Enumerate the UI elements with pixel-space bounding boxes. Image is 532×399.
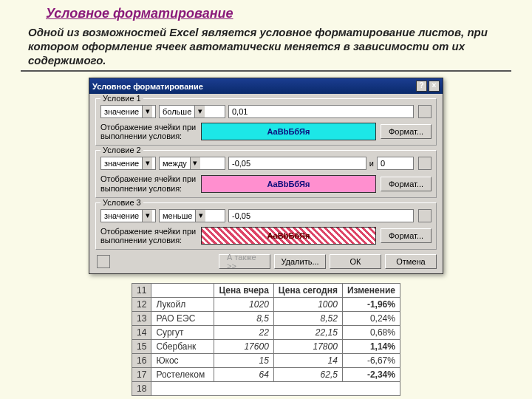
cell[interactable]: 22 bbox=[214, 325, 273, 339]
row-header[interactable]: 14 bbox=[132, 325, 151, 339]
cell[interactable]: 64 bbox=[214, 367, 273, 381]
cell[interactable]: 22,15 bbox=[273, 325, 342, 339]
format-button[interactable]: Формат... bbox=[381, 177, 432, 191]
target-select[interactable]: значение▾ bbox=[100, 157, 156, 170]
table-row: 17 Ростелеком 64 62,5 -2,34% bbox=[132, 367, 400, 381]
table-row: 12 Лукойл 1020 1000 -1,96% bbox=[132, 297, 400, 311]
row-header[interactable]: 17 bbox=[132, 367, 151, 381]
range-picker-icon[interactable] bbox=[418, 105, 432, 118]
row-header[interactable]: 18 bbox=[132, 381, 151, 395]
operator-select[interactable]: больше▾ bbox=[159, 105, 225, 118]
cell[interactable]: -6,67% bbox=[342, 353, 400, 367]
cancel-button[interactable]: Отмена bbox=[385, 254, 437, 269]
cell[interactable]: Сбербанк bbox=[151, 339, 214, 353]
help-button[interactable]: ? bbox=[416, 81, 427, 92]
column-header[interactable]: Цена вчера bbox=[214, 283, 273, 297]
cell[interactable]: 15 bbox=[214, 353, 273, 367]
operator-select[interactable]: между▾ bbox=[159, 157, 225, 170]
conditional-formatting-dialog: Условное форматирование ? × значение▾ бо… bbox=[89, 78, 443, 274]
dialog-titlebar: Условное форматирование ? × bbox=[89, 78, 443, 94]
format-preview: АаВbБбЯя bbox=[201, 123, 376, 140]
cell[interactable]: 1,14% bbox=[342, 339, 400, 353]
preview-label: Отображение ячейки при выполнении услови… bbox=[100, 123, 197, 140]
preview-label: Отображение ячейки при выполнении услови… bbox=[100, 174, 197, 192]
preview-label: Отображение ячейки при выполнении услови… bbox=[100, 227, 197, 245]
format-preview: АаВbБбЯя bbox=[201, 227, 376, 245]
table-row: 16 Юкос 15 14 -6,67% bbox=[132, 353, 400, 367]
cell[interactable]: Лукойл bbox=[151, 297, 214, 311]
chevron-down-icon: ▾ bbox=[195, 210, 205, 222]
help-icon[interactable] bbox=[97, 255, 110, 268]
value1-input[interactable]: -0,05 bbox=[228, 209, 414, 222]
condition-group-2: значение▾ между▾ -0,05и 0 Отображение яч… bbox=[95, 150, 437, 197]
cell[interactable]: РАО ЕЭС bbox=[151, 311, 214, 325]
delete-button[interactable]: Удалить... bbox=[274, 254, 326, 269]
cell[interactable]: Юкос bbox=[151, 353, 214, 367]
chevron-down-icon: ▾ bbox=[190, 157, 200, 169]
cell[interactable]: 17600 bbox=[214, 339, 273, 353]
add-condition-button: А также >> bbox=[219, 254, 270, 269]
chevron-down-icon: ▾ bbox=[142, 210, 152, 222]
cell[interactable]: 0,68% bbox=[342, 325, 400, 339]
target-select[interactable]: значение▾ bbox=[100, 209, 156, 222]
page-description: Одной из возможностей Excel является усл… bbox=[28, 26, 511, 67]
ok-button[interactable]: ОК bbox=[330, 254, 381, 269]
cell[interactable] bbox=[151, 381, 400, 395]
cell[interactable]: 62,5 bbox=[273, 367, 342, 381]
row-header[interactable]: 13 bbox=[132, 311, 151, 325]
target-select[interactable]: значение▾ bbox=[100, 105, 156, 118]
worksheet-table: 11Цена вчераЦена сегодняИзменение 12 Лук… bbox=[132, 283, 400, 396]
dialog-title: Условное форматирование bbox=[92, 82, 415, 91]
page-title: Условное форматирование bbox=[46, 6, 532, 21]
row-header[interactable]: 16 bbox=[132, 353, 151, 367]
close-button[interactable]: × bbox=[429, 81, 440, 92]
cell[interactable]: 8,5 bbox=[214, 311, 273, 325]
condition-group-1: значение▾ больше▾ 0,01 Отображение ячейк… bbox=[95, 98, 437, 146]
range-picker-icon[interactable] bbox=[418, 209, 432, 222]
value1-input[interactable]: 0,01 bbox=[228, 105, 414, 118]
cell[interactable]: Ростелеком bbox=[151, 367, 214, 381]
cell[interactable]: 1000 bbox=[273, 297, 342, 311]
column-header[interactable]: Изменение bbox=[342, 283, 400, 297]
chevron-down-icon: ▾ bbox=[194, 106, 205, 117]
cell[interactable]: 1020 bbox=[214, 297, 273, 311]
column-header[interactable]: Цена сегодня bbox=[273, 283, 342, 297]
condition-group-3: значение▾ меньше▾ -0,05 Отображение ячей… bbox=[95, 202, 437, 250]
chevron-down-icon: ▾ bbox=[142, 106, 152, 117]
row-header[interactable]: 15 bbox=[132, 339, 151, 353]
column-header[interactable] bbox=[151, 283, 214, 297]
range-picker-icon[interactable] bbox=[418, 157, 432, 170]
value2-input[interactable]: 0 bbox=[377, 157, 414, 170]
cell[interactable]: Сургут bbox=[151, 325, 214, 339]
format-button[interactable]: Формат... bbox=[381, 228, 432, 243]
cell[interactable]: 8,52 bbox=[273, 311, 342, 325]
table-row: 13 РАО ЕЭС 8,5 8,52 0,24% bbox=[132, 311, 400, 325]
divider bbox=[21, 70, 511, 72]
cell[interactable]: 14 bbox=[273, 353, 342, 367]
chevron-down-icon: ▾ bbox=[142, 157, 152, 169]
table-row: 14 Сургут 22 22,15 0,68% bbox=[132, 325, 400, 339]
cell[interactable]: -1,96% bbox=[342, 297, 400, 311]
row-header[interactable]: 11 bbox=[132, 283, 151, 297]
format-preview: АаВbБбЯя bbox=[201, 175, 376, 193]
operator-select[interactable]: меньше▾ bbox=[159, 209, 225, 222]
and-label: и bbox=[369, 159, 374, 168]
cell[interactable]: -2,34% bbox=[342, 367, 400, 381]
table-row: 15 Сбербанк 17600 17800 1,14% bbox=[132, 339, 400, 353]
dialog-body: значение▾ больше▾ 0,01 Отображение ячейк… bbox=[89, 94, 443, 273]
cell[interactable]: 17800 bbox=[273, 339, 342, 353]
cell[interactable]: 0,24% bbox=[342, 311, 400, 325]
row-header[interactable]: 12 bbox=[132, 297, 151, 311]
value1-input[interactable]: -0,05 bbox=[228, 157, 366, 170]
format-button[interactable]: Формат... bbox=[381, 124, 432, 139]
